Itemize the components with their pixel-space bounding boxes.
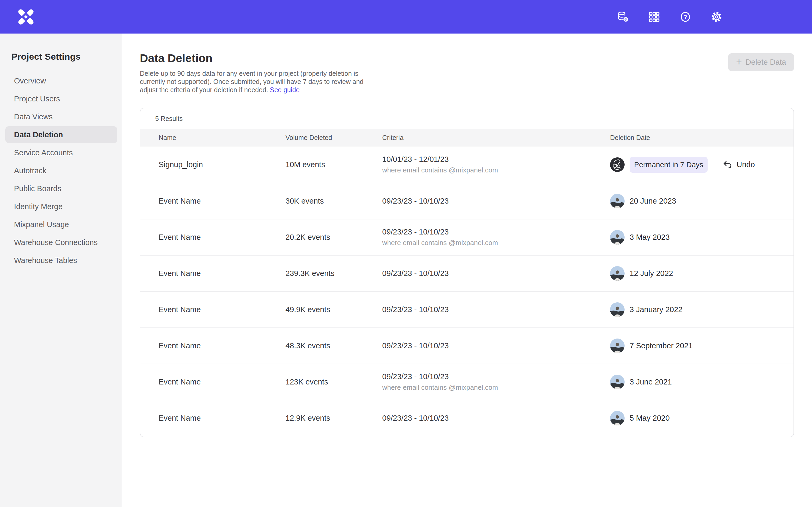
person-avatar xyxy=(610,230,624,244)
sidebar-item-data-deletion[interactable]: Data Deletion xyxy=(5,126,117,143)
row-criteria-date: 09/23/23 - 10/10/23 xyxy=(382,372,610,381)
apps-grid-icon[interactable] xyxy=(648,11,660,23)
person-avatar xyxy=(610,302,624,317)
row-criteria-date: 09/23/23 - 10/10/23 xyxy=(382,414,610,422)
row-deletion-cell: 7 September 2021 xyxy=(610,339,794,353)
row-name: Event Name xyxy=(140,305,286,314)
row-criteria: 09/23/23 - 10/10/23 xyxy=(382,341,610,350)
see-guide-link[interactable]: See guide xyxy=(270,86,300,94)
table-row: Event Name 49.9K events 09/23/23 - 10/10… xyxy=(140,291,794,327)
column-header-deletion-date: Deletion Date xyxy=(610,134,794,142)
sidebar-item-identity-merge[interactable]: Identity Merge xyxy=(5,198,117,215)
table-row: Event Name 48.3K events 09/23/23 - 10/10… xyxy=(140,327,794,363)
row-criteria: 09/23/23 - 10/10/23 xyxy=(382,197,610,206)
row-criteria: 09/23/23 - 10/10/23 xyxy=(382,269,610,278)
person-avatar xyxy=(610,411,624,426)
results-count: 5 Results xyxy=(140,108,794,129)
table-row: Event Name 20.2K events 09/23/23 - 10/10… xyxy=(140,219,794,255)
row-criteria-subtext: where email contains @mixpanel.com xyxy=(382,239,610,247)
sidebar-item-warehouse-tables[interactable]: Warehouse Tables xyxy=(5,252,117,269)
sidebar-item-project-users[interactable]: Project Users xyxy=(5,90,117,107)
sidebar-item-autotrack[interactable]: Autotrack xyxy=(5,162,117,179)
sidebar-nav: OverviewProject UsersData ViewsData Dele… xyxy=(0,72,121,269)
row-name: Event Name xyxy=(140,378,286,386)
row-deletion-date: 12 July 2022 xyxy=(629,269,673,278)
plus-icon: + xyxy=(736,57,742,67)
sidebar-item-warehouse-connections[interactable]: Warehouse Connections xyxy=(5,234,117,251)
person-avatar xyxy=(610,266,624,281)
row-criteria: 10/01/23 - 12/01/23 where email contains… xyxy=(382,155,610,174)
row-deletion-date: 5 May 2020 xyxy=(629,414,670,422)
sidebar-item-overview[interactable]: Overview xyxy=(5,72,117,89)
row-deletion-date: 20 June 2023 xyxy=(629,197,676,206)
help-icon[interactable]: ? xyxy=(679,11,692,23)
row-criteria-date: 09/23/23 - 10/10/23 xyxy=(382,228,610,236)
sidebar-item-mixpanel-usage[interactable]: Mixpanel Usage xyxy=(5,216,117,233)
column-header-criteria: Criteria xyxy=(382,134,610,142)
row-deletion-cell: 3 January 2022 xyxy=(610,302,794,317)
row-volume: 239.3K events xyxy=(286,269,382,278)
table-row: Event Name 12.9K events 09/23/23 - 10/10… xyxy=(140,400,794,436)
row-deletion-cell: 5 May 2020 xyxy=(610,411,794,426)
sidebar-item-service-accounts[interactable]: Service Accounts xyxy=(5,144,117,161)
undo-label: Undo xyxy=(737,160,755,169)
person-avatar xyxy=(610,375,624,389)
row-volume: 30K events xyxy=(286,197,382,206)
sidebar-item-data-views[interactable]: Data Views xyxy=(5,108,117,125)
row-volume: 49.9K events xyxy=(286,305,382,314)
row-deletion-date: 3 June 2021 xyxy=(629,378,672,386)
undo-icon xyxy=(722,160,733,170)
main-header: Data Deletion Delete up to 90 days data … xyxy=(140,52,794,94)
page-title: Data Deletion xyxy=(140,52,379,65)
row-criteria-subtext: where email contains @mixpanel.com xyxy=(382,383,610,392)
undo-button[interactable]: Undo xyxy=(722,160,755,170)
main-content: Data Deletion Delete up to 90 days data … xyxy=(121,34,812,507)
table-row: Signup_login 10M events 10/01/23 - 12/01… xyxy=(140,147,794,183)
row-volume: 123K events xyxy=(286,378,382,386)
person-avatar xyxy=(610,194,624,208)
row-deletion-cell: 12 July 2022 xyxy=(610,266,794,281)
row-criteria-date: 09/23/23 - 10/10/23 xyxy=(382,269,610,278)
row-criteria-date: 09/23/23 - 10/10/23 xyxy=(382,341,610,350)
row-criteria: 09/23/23 - 10/10/23 where email contains… xyxy=(382,372,610,392)
sketch-avatar xyxy=(610,157,624,172)
page-description: Delete up to 90 days data for any event … xyxy=(140,69,379,94)
table-row: Event Name 30K events 09/23/23 - 10/10/2… xyxy=(140,183,794,219)
row-criteria-date: 09/23/23 - 10/10/23 xyxy=(382,305,610,314)
row-deletion-date: 3 May 2023 xyxy=(629,233,670,242)
top-bar: ? xyxy=(0,0,812,34)
delete-data-button-label: Delete Data xyxy=(746,58,786,66)
row-deletion-cell: 3 May 2023 xyxy=(610,230,794,244)
row-criteria: 09/23/23 - 10/10/23 xyxy=(382,305,610,314)
page-description-text: Delete up to 90 days data for any event … xyxy=(140,70,363,94)
row-volume: 10M events xyxy=(286,160,382,169)
row-criteria: 09/23/23 - 10/10/23 where email contains… xyxy=(382,228,610,247)
table-header-row: NameVolume DeletedCriteriaDeletion Date xyxy=(140,129,794,147)
row-deletion-date: 3 January 2022 xyxy=(629,305,682,314)
row-criteria: 09/23/23 - 10/10/23 xyxy=(382,414,610,422)
mixpanel-logo-icon[interactable] xyxy=(17,8,35,26)
sidebar: Project Settings OverviewProject UsersDa… xyxy=(0,34,121,507)
column-header-name: Name xyxy=(140,134,286,142)
settings-icon[interactable] xyxy=(711,11,723,23)
row-volume: 12.9K events xyxy=(286,414,382,422)
results-card: 5 Results NameVolume DeletedCriteriaDele… xyxy=(140,108,794,437)
sidebar-item-public-boards[interactable]: Public Boards xyxy=(5,180,117,197)
topbar-icon-group: ? xyxy=(617,0,723,34)
row-volume: 20.2K events xyxy=(286,233,382,242)
table-row: Event Name 123K events 09/23/23 - 10/10/… xyxy=(140,363,794,400)
row-name: Event Name xyxy=(140,341,286,350)
row-name: Event Name xyxy=(140,269,286,278)
row-deletion-cell: 20 June 2023 xyxy=(610,194,794,208)
row-name: Event Name xyxy=(140,414,286,422)
row-volume: 48.3K events xyxy=(286,341,382,350)
delete-data-button[interactable]: + Delete Data xyxy=(728,53,794,71)
data-settings-icon[interactable] xyxy=(617,11,629,23)
column-header-volume-deleted: Volume Deleted xyxy=(286,134,382,142)
row-deletion-date: 7 September 2021 xyxy=(629,341,693,350)
row-deletion-cell: Permanent in 7 Days Undo xyxy=(610,157,794,173)
row-name: Signup_login xyxy=(140,160,286,169)
page: ? Project Settings OverviewProject Users… xyxy=(0,0,812,507)
sidebar-title: Project Settings xyxy=(11,52,121,62)
row-deletion-cell: 3 June 2021 xyxy=(610,375,794,389)
